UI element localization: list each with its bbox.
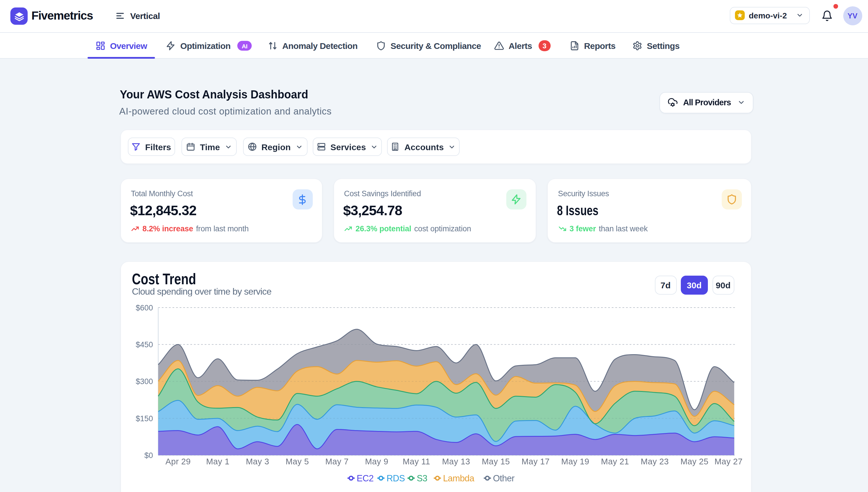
svg-text:May 1: May 1: [206, 457, 229, 466]
svg-text:RDS: RDS: [386, 473, 405, 483]
svg-text:Other: Other: [493, 473, 514, 483]
svg-text:May 19: May 19: [561, 457, 589, 466]
svg-text:EC2: EC2: [356, 473, 374, 483]
svg-text:May 15: May 15: [482, 457, 510, 466]
svg-text:$150: $150: [135, 414, 153, 423]
svg-text:$600: $600: [135, 303, 153, 312]
svg-text:Lambda: Lambda: [443, 473, 474, 483]
svg-text:May 23: May 23: [640, 457, 669, 466]
svg-text:May 7: May 7: [325, 457, 349, 466]
svg-text:$450: $450: [135, 340, 153, 349]
svg-text:May 11: May 11: [402, 457, 430, 466]
svg-text:S3: S3: [417, 473, 427, 483]
svg-text:May 3: May 3: [245, 457, 269, 466]
svg-text:May 17: May 17: [521, 457, 549, 466]
svg-text:$300: $300: [135, 377, 153, 386]
svg-text:Apr 29: Apr 29: [165, 457, 190, 466]
svg-text:May 21: May 21: [601, 457, 629, 466]
svg-text:$0: $0: [144, 451, 153, 460]
svg-text:May 25: May 25: [680, 457, 708, 466]
svg-text:May 13: May 13: [442, 457, 470, 466]
svg-text:May 5: May 5: [285, 457, 309, 466]
svg-text:May 9: May 9: [365, 457, 388, 466]
svg-text:May 27: May 27: [714, 457, 743, 466]
